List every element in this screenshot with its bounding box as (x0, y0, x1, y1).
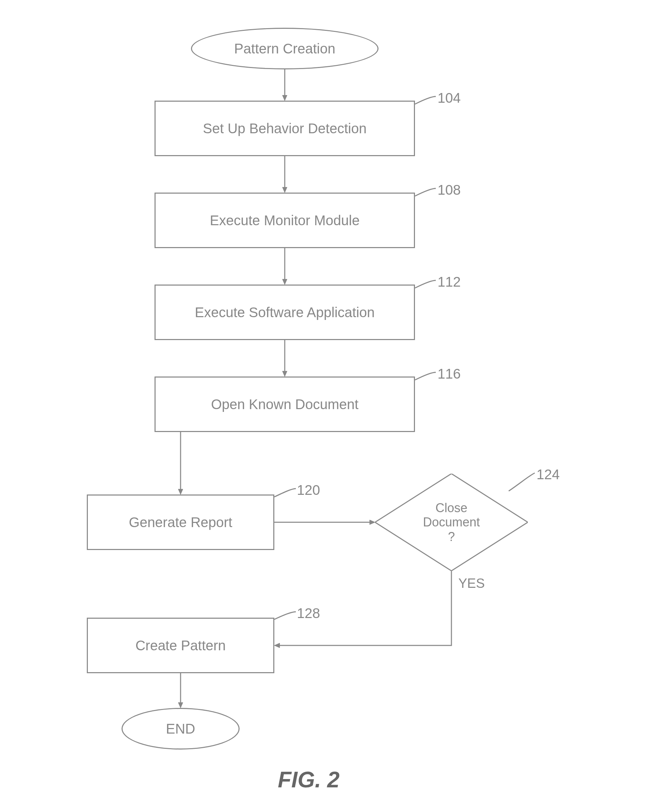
node-128-label: Create Pattern (135, 638, 226, 653)
node-104-ref: 104 (438, 90, 461, 106)
node-start: Pattern Creation (191, 28, 378, 69)
node-128-ref: 128 (297, 606, 320, 621)
node-120-ref: 120 (297, 482, 320, 498)
node-end: END (121, 708, 240, 749)
node-104: Set Up Behavior Detection (155, 101, 415, 156)
edge-124-yes-label: YES (458, 576, 485, 591)
flowchart-canvas: Pattern Creation Set Up Behavior Detecti… (0, 0, 649, 812)
node-end-label: END (166, 721, 195, 737)
node-108-ref: 108 (438, 182, 461, 198)
node-112-label: Execute Software Application (195, 305, 375, 320)
figure-caption: FIG. 2 (278, 767, 340, 792)
node-120-label: Generate Report (129, 514, 232, 530)
node-108-label: Execute Monitor Module (210, 213, 360, 228)
node-128: Create Pattern (87, 618, 274, 673)
node-108: Execute Monitor Module (155, 192, 415, 248)
node-124: Close Document ? (375, 474, 528, 571)
node-112: Execute Software Application (155, 285, 415, 340)
node-116-label: Open Known Document (211, 397, 359, 412)
node-120: Generate Report (87, 495, 274, 550)
node-116: Open Known Document (155, 377, 415, 432)
node-104-label: Set Up Behavior Detection (203, 121, 366, 136)
node-124-ref: 124 (536, 467, 560, 482)
node-start-label: Pattern Creation (234, 41, 335, 56)
node-112-ref: 112 (438, 274, 461, 290)
node-116-ref: 116 (438, 366, 461, 382)
node-124-label: Close Document ? (423, 501, 480, 544)
